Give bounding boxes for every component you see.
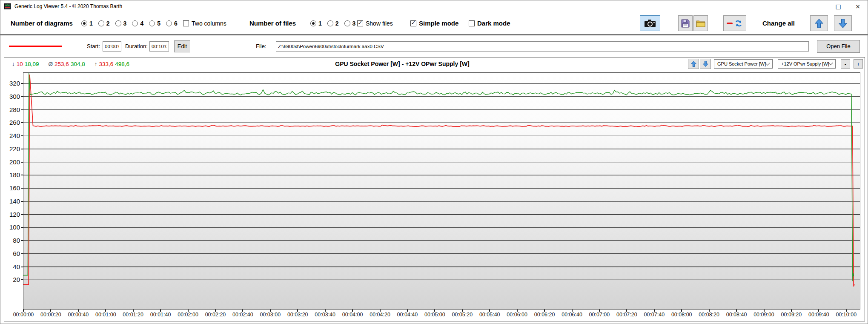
x-axis-tick <box>599 310 600 312</box>
diagram-count-radio-2[interactable]: 2 <box>98 20 110 27</box>
min-value-green: 18,09 <box>25 61 39 67</box>
two-columns-checkbox[interactable]: Two columns <box>183 20 226 27</box>
file-count-radio-3[interactable]: 3 <box>344 20 356 27</box>
radio-circle <box>344 20 350 26</box>
move-diagram-down-button[interactable] <box>700 59 711 69</box>
load-settings-button[interactable] <box>693 15 708 31</box>
two-columns-checkbox-box <box>183 20 189 26</box>
move-diagram-up-button[interactable] <box>688 59 699 69</box>
start-label: Start: <box>87 43 100 49</box>
x-axis-tick <box>325 310 326 312</box>
x-axis-tick <box>818 310 819 312</box>
x-axis-label: 00:02:20 <box>205 312 226 318</box>
y-axis-tick <box>21 175 23 175</box>
signal1-selected-value: GPU Socket Power [W] <box>717 61 766 66</box>
y-axis-tick <box>21 267 23 267</box>
y-axis-label: 20 <box>4 276 20 283</box>
max-value-red: 333,6 <box>99 61 113 67</box>
y-axis-tick <box>21 162 23 163</box>
maximize-button[interactable]: □ <box>828 0 848 12</box>
open-file-button[interactable]: Open File <box>817 40 860 53</box>
duration-input[interactable] <box>149 41 169 52</box>
chart-panel: ↓1018,09Ø253,6304,8↑333,6498,6 GPU Socke… <box>4 57 865 321</box>
min-arrow-icon: ↓ <box>12 61 15 67</box>
y-axis-label: 60 <box>4 250 20 257</box>
radio-circle <box>81 20 87 26</box>
edit-button[interactable]: Edit <box>174 40 190 52</box>
diagram-count-radio-5[interactable]: 5 <box>149 20 160 27</box>
radio-label: 2 <box>335 20 339 27</box>
y-scale-minus-button[interactable]: - <box>841 59 850 69</box>
x-axis-label: 00:04:40 <box>397 312 418 318</box>
x-axis-label: 00:02:40 <box>232 312 253 318</box>
signal2-select[interactable]: +12V OPwr Supply [W] <box>778 59 836 69</box>
x-axis-label: 00:10:00 <box>836 312 857 318</box>
x-axis-tick <box>846 310 847 312</box>
radio-label: 4 <box>140 20 143 27</box>
file-series-color-line <box>9 46 62 47</box>
x-axis-tick <box>188 310 189 312</box>
dark-mode-label: Dark mode <box>477 20 510 27</box>
x-axis-label: 00:07:20 <box>616 312 637 318</box>
reset-zoom-button[interactable] <box>723 15 746 31</box>
simple-mode-checkbox-box <box>410 20 416 26</box>
file-count-radio-group: 123 <box>310 12 355 34</box>
file-label: File: <box>256 43 266 49</box>
app-logo-icon <box>4 3 11 10</box>
change-all-down-button[interactable] <box>834 15 852 31</box>
x-axis-label: 00:09:20 <box>781 312 802 318</box>
series-line-gpu-socket-power-w <box>23 75 854 286</box>
diagram-count-radio-1[interactable]: 1 <box>81 20 93 27</box>
x-axis-label: 00:06:20 <box>534 312 555 318</box>
file-count-radio-2[interactable]: 2 <box>327 20 339 27</box>
y-axis-tick <box>21 240 23 241</box>
radio-label: 1 <box>89 20 93 27</box>
radio-label: 3 <box>352 20 356 27</box>
x-axis-tick <box>544 310 545 312</box>
x-axis-tick <box>572 310 573 312</box>
x-axis-tick <box>791 310 792 312</box>
radio-circle <box>149 20 155 26</box>
x-axis-tick <box>681 310 682 312</box>
down-arrow-icon <box>839 19 847 28</box>
y-scale-plus-button[interactable]: + <box>854 59 863 69</box>
y-axis-label: 180 <box>4 171 20 178</box>
y-axis-label: 280 <box>4 106 20 113</box>
x-axis-tick <box>50 310 51 312</box>
x-axis-label: 00:04:20 <box>370 312 390 318</box>
change-all-up-button[interactable] <box>810 15 828 31</box>
diagram-count-radio-6[interactable]: 6 <box>166 20 178 27</box>
dark-mode-checkbox[interactable]: Dark mode <box>469 20 510 27</box>
dark-mode-checkbox-box <box>469 20 475 26</box>
save-button[interactable] <box>678 15 693 31</box>
file-path-input[interactable] <box>276 41 809 52</box>
x-axis-label: 00:05:00 <box>424 312 445 318</box>
diagrams-count-label: Number of diagrams <box>11 20 73 27</box>
simple-mode-checkbox[interactable]: Simple mode <box>410 20 458 27</box>
signal1-select[interactable]: GPU Socket Power [W] <box>714 59 773 69</box>
y-axis-tick <box>21 149 23 149</box>
file-row: Start: Duration: Edit File: Open File <box>0 35 868 57</box>
minimize-button[interactable]: — <box>809 0 828 12</box>
x-axis-label: 00:06:40 <box>561 312 582 318</box>
plot-area[interactable] <box>23 72 860 310</box>
radio-label: 1 <box>318 20 322 27</box>
series-line-12v-opwr-supply-w <box>23 73 854 281</box>
x-axis-label: 00:01:20 <box>123 312 143 318</box>
start-time-input[interactable] <box>103 41 121 52</box>
file-count-radio-1[interactable]: 1 <box>310 20 322 27</box>
close-button[interactable]: × <box>848 0 868 12</box>
screenshot-button[interactable] <box>640 15 660 31</box>
x-axis-tick <box>489 310 490 312</box>
x-axis-label: 00:00:40 <box>68 312 89 318</box>
diagram-count-radio-3[interactable]: 3 <box>115 20 127 27</box>
chart-title: GPU Socket Power [W] - +12V OPwr Supply … <box>335 60 469 67</box>
x-axis-label: 00:08:00 <box>671 312 692 318</box>
x-axis-label: 00:09:40 <box>808 312 829 318</box>
y-axis-label: 300 <box>4 93 20 100</box>
y-axis-label: 160 <box>4 184 20 192</box>
x-axis-label: 00:05:20 <box>452 312 473 318</box>
diagram-count-radio-4[interactable]: 4 <box>132 20 143 27</box>
x-axis-label: 00:06:00 <box>507 312 527 318</box>
show-files-checkbox[interactable]: Show files <box>357 20 393 27</box>
